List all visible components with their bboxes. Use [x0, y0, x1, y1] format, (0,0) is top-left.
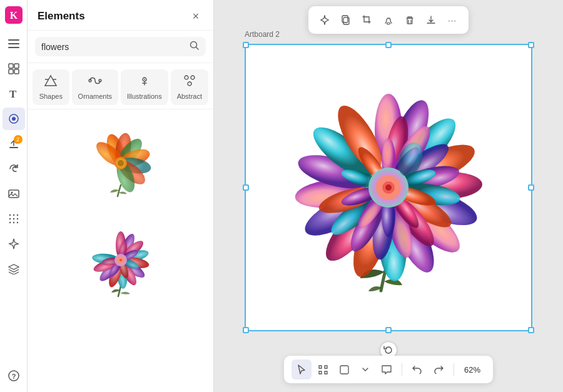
magic-button[interactable] [315, 10, 335, 30]
image-icon[interactable] [3, 183, 25, 205]
svg-text:K: K [9, 10, 18, 21]
svg-point-31 [185, 76, 188, 79]
undo-button[interactable] [407, 359, 427, 379]
shape-dropdown-button[interactable] [355, 359, 375, 379]
handle-top-right[interactable] [528, 42, 534, 48]
artboard-label: Artboard 2 [245, 30, 280, 39]
panel-title: Elements [38, 10, 85, 23]
shapes-label: Shapes [39, 93, 63, 100]
help-icon[interactable]: ? [3, 364, 25, 387]
svg-point-22 [13, 222, 14, 223]
elements-icon[interactable] [3, 108, 25, 130]
crop-button[interactable] [357, 10, 377, 30]
svg-rect-66 [342, 16, 348, 23]
svg-point-110 [385, 184, 392, 191]
shape-tool-button[interactable] [334, 359, 354, 379]
handle-top-left[interactable] [243, 42, 249, 48]
main-flower-image [288, 69, 489, 306]
zoom-level[interactable]: 62% [459, 365, 485, 374]
svg-text:?: ? [11, 373, 16, 380]
refresh-icon[interactable] [3, 158, 25, 180]
illustrations-label: Illustrations [127, 93, 162, 100]
more-button[interactable]: ··· [442, 10, 462, 30]
svg-rect-4 [8, 47, 19, 48]
svg-point-18 [9, 218, 10, 219]
svg-point-16 [13, 214, 14, 216]
svg-rect-112 [340, 366, 348, 374]
panel-header: Elements × [28, 0, 213, 31]
svg-point-17 [16, 214, 18, 216]
svg-text:T: T [9, 88, 17, 99]
layers-icon[interactable] [3, 258, 25, 280]
svg-point-14 [11, 192, 13, 194]
upload-badge: 2 [14, 135, 23, 144]
svg-point-20 [16, 218, 18, 219]
tab-shapes[interactable]: Shapes [33, 69, 69, 105]
handle-middle-bottom[interactable] [385, 327, 392, 333]
handle-bottom-right[interactable] [528, 327, 534, 333]
download-button[interactable] [421, 10, 441, 30]
search-bar [28, 31, 213, 63]
frame-tool-button[interactable] [313, 359, 333, 379]
svg-rect-68 [407, 18, 412, 24]
tab-illustrations[interactable]: Illustrations [121, 69, 168, 105]
ornaments-label: Ornaments [78, 93, 112, 100]
svg-rect-3 [8, 43, 19, 44]
svg-point-64 [119, 259, 122, 261]
handle-middle-left[interactable] [243, 184, 249, 191]
svg-point-23 [16, 222, 18, 223]
search-icon[interactable] [190, 41, 200, 53]
handle-bottom-left[interactable] [243, 327, 249, 333]
svg-point-43 [118, 160, 124, 166]
search-input-wrapper [35, 37, 206, 56]
handle-middle-top[interactable] [385, 42, 392, 48]
select-tool-button[interactable] [292, 359, 312, 379]
svg-point-32 [191, 76, 195, 79]
grid-icon[interactable] [3, 208, 25, 230]
svg-rect-8 [14, 69, 19, 74]
uploads-icon[interactable]: 2 [3, 133, 25, 155]
tab-abstract[interactable]: Abstract [171, 69, 208, 105]
illustrations-icon [138, 74, 151, 90]
bottom-toolbar: 62% [284, 356, 493, 383]
text-icon[interactable]: T [3, 83, 25, 105]
close-button[interactable]: × [188, 9, 203, 24]
comment-tool-button[interactable] [377, 359, 397, 379]
svg-point-19 [13, 218, 14, 219]
svg-rect-12 [9, 147, 18, 148]
sparkle-icon[interactable] [3, 233, 25, 255]
copy-button[interactable] [336, 10, 356, 30]
flower-thumb-1[interactable] [35, 116, 206, 207]
abstract-icon [183, 74, 196, 90]
svg-point-21 [9, 222, 10, 223]
redo-button[interactable] [429, 359, 449, 379]
svg-point-30 [144, 79, 145, 80]
artboard-container: Artboard 2 [245, 44, 532, 331]
svg-point-33 [188, 82, 191, 86]
category-tabs: Shapes Ornaments Illustrations Abstract [28, 63, 213, 109]
canvas-area: ··· Artboard 2 [214, 0, 563, 392]
tab-ornaments[interactable]: Ornaments [72, 69, 118, 105]
search-input[interactable] [41, 42, 185, 52]
svg-point-67 [387, 23, 390, 24]
toolbar-separator-2 [454, 363, 454, 376]
svg-rect-7 [9, 69, 13, 74]
handle-middle-right[interactable] [528, 184, 534, 191]
menu-icon[interactable] [3, 33, 25, 55]
flower-thumb-2[interactable] [35, 214, 206, 306]
flower-image-1 [83, 121, 158, 202]
delete-button[interactable] [400, 10, 420, 30]
svg-point-11 [12, 117, 16, 121]
table-icon[interactable] [3, 58, 25, 80]
app-logo[interactable]: K [4, 5, 24, 25]
elements-panel: Elements × Shapes Ornaments [28, 0, 214, 392]
abstract-label: Abstract [177, 93, 202, 100]
left-icon-bar: K T 2 ? [0, 0, 28, 392]
thumbnails-list [28, 109, 213, 392]
svg-rect-5 [9, 64, 13, 68]
floating-toolbar: ··· [308, 6, 469, 34]
svg-rect-6 [14, 64, 19, 68]
brush-button[interactable] [378, 10, 398, 30]
artboard[interactable] [245, 44, 532, 331]
toolbar-separator-1 [402, 363, 402, 376]
